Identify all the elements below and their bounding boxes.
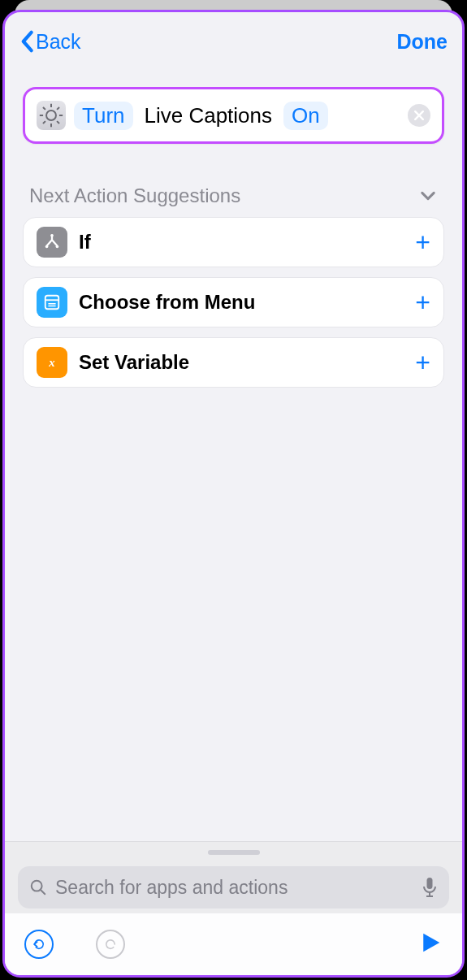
back-label: Back [36,30,81,54]
add-suggestion-button[interactable]: + [415,229,430,255]
svg-rect-4 [45,296,59,310]
suggestion-label: Set Variable [79,351,189,374]
chevron-left-icon [19,30,34,53]
close-icon [414,111,424,120]
mic-icon[interactable] [422,877,438,898]
action-state-token[interactable]: On [283,102,328,130]
svg-point-0 [46,111,56,120]
settings-app-icon [37,101,66,130]
add-suggestion-button[interactable]: + [415,289,430,315]
search-placeholder: Search for apps and actions [55,877,413,899]
search-bar[interactable]: Search for apps and actions [18,866,449,908]
suggestions-header[interactable]: Next Action Suggestions [5,150,462,217]
back-button[interactable]: Back [19,30,81,54]
chevron-down-icon [418,186,438,206]
suggestion-label: If [79,231,91,254]
menu-icon [37,287,67,318]
shortcut-editor-sheet: Back Done Turn Live Captions On Next Act… [2,10,465,978]
redo-icon [103,937,118,952]
run-button[interactable] [418,930,443,958]
bottom-toolbar [5,913,462,975]
svg-rect-7 [427,878,433,889]
spacer [5,388,462,841]
add-suggestion-button[interactable]: + [415,349,430,375]
suggestion-label: Choose from Menu [79,291,255,314]
branch-icon [37,227,67,258]
done-button[interactable]: Done [397,30,448,54]
suggestion-choose-from-menu[interactable]: Choose from Menu + [23,277,444,327]
svg-point-2 [56,245,59,249]
variable-icon: x [37,347,67,378]
drag-handle[interactable] [208,850,260,855]
svg-text:x: x [48,356,54,369]
undo-button[interactable] [24,930,54,959]
redo-button[interactable] [96,930,125,959]
svg-point-1 [45,245,49,249]
play-icon [418,930,443,955]
action-verb-token[interactable]: Turn [74,102,133,130]
nav-bar: Back Done [5,12,462,71]
search-icon [29,878,47,896]
suggestion-if[interactable]: If + [23,217,444,267]
action-card[interactable]: Turn Live Captions On [23,87,444,144]
clear-action-button[interactable] [408,104,430,127]
undo-icon [32,937,46,952]
suggestion-set-variable[interactable]: x Set Variable + [23,337,444,388]
action-card-container: Turn Live Captions On [5,71,462,150]
action-feature-token[interactable]: Live Captions [141,102,276,130]
suggestions-list: If + Choose from Menu + x Set Variable + [5,217,462,388]
svg-point-3 [50,234,54,237]
suggestions-title: Next Action Suggestions [29,184,240,207]
bottom-search-panel: Search for apps and actions [5,841,462,913]
